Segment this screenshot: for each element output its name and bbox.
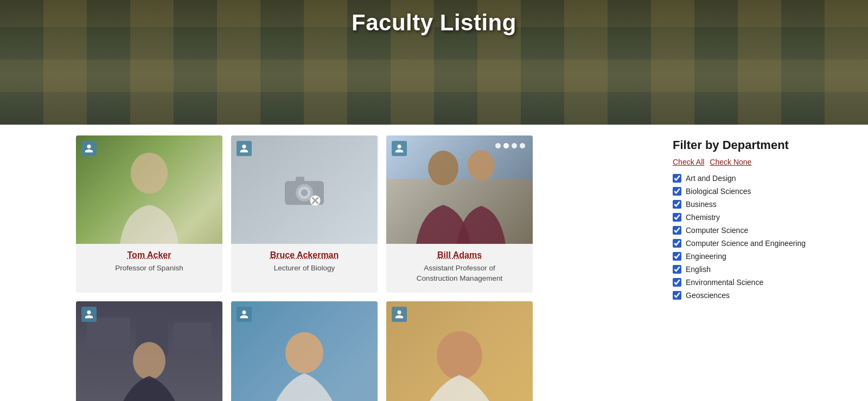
main-content: Tom Acker Professor of Spanish bbox=[0, 125, 868, 401]
page-title: Faculty Listing bbox=[352, 10, 516, 36]
department-checkbox-biological-sciences[interactable] bbox=[673, 187, 681, 196]
department-item-art-design: Art and Design bbox=[673, 174, 825, 183]
photo-svg bbox=[231, 301, 378, 401]
faculty-role: Professor of Spanish bbox=[84, 263, 215, 274]
department-label-chemistry: Chemistry bbox=[686, 213, 720, 222]
person-icon bbox=[81, 141, 97, 156]
department-checkbox-chemistry[interactable] bbox=[673, 213, 681, 222]
svg-point-19 bbox=[285, 332, 323, 373]
faculty-card-row2-1 bbox=[76, 301, 222, 401]
faculty-image-wrap bbox=[386, 135, 533, 244]
department-item-engineering: Engineering bbox=[673, 252, 825, 261]
person-icon bbox=[81, 307, 97, 322]
department-label-biological-sciences: Biological Sciences bbox=[686, 187, 751, 196]
department-label-art-design: Art and Design bbox=[686, 174, 736, 183]
department-list: Art and DesignBiological SciencesBusines… bbox=[673, 174, 825, 300]
faculty-image-wrap bbox=[386, 301, 533, 401]
svg-point-17 bbox=[133, 342, 165, 380]
faculty-image-wrap bbox=[76, 135, 222, 244]
faculty-name[interactable]: Bruce Ackerman bbox=[239, 250, 370, 260]
svg-point-4 bbox=[301, 189, 308, 196]
faculty-photo-svg bbox=[386, 135, 533, 244]
department-checkbox-business[interactable] bbox=[673, 200, 681, 209]
faculty-name[interactable]: Tom Acker bbox=[84, 250, 215, 260]
filter-links: Check All Check None bbox=[673, 158, 825, 166]
svg-point-12 bbox=[468, 150, 495, 180]
svg-rect-16 bbox=[174, 323, 212, 350]
person-icon bbox=[237, 307, 252, 322]
svg-point-11 bbox=[428, 151, 458, 185]
faculty-card-tom-acker: Tom Acker Professor of Spanish bbox=[76, 135, 222, 293]
camera-icon bbox=[283, 168, 326, 211]
dot-1 bbox=[495, 143, 501, 148]
department-checkbox-art-design[interactable] bbox=[673, 174, 681, 183]
department-label-computer-science-engineering: Computer Science and Engineering bbox=[686, 239, 806, 248]
department-checkbox-english[interactable] bbox=[673, 265, 681, 274]
department-checkbox-computer-science[interactable] bbox=[673, 226, 681, 235]
department-item-environmental-science: Environmental Science bbox=[673, 278, 825, 287]
department-label-business: Business bbox=[686, 200, 717, 209]
department-item-business: Business bbox=[673, 200, 825, 209]
faculty-no-photo bbox=[231, 135, 378, 244]
hero-banner: Faculty Listing bbox=[0, 0, 868, 125]
photo-svg bbox=[76, 301, 222, 401]
person-icon bbox=[237, 141, 252, 156]
check-none-link[interactable]: Check None bbox=[710, 158, 751, 166]
department-item-geosciences: Geosciences bbox=[673, 291, 825, 300]
svg-point-0 bbox=[131, 153, 168, 194]
svg-point-21 bbox=[437, 331, 482, 380]
department-label-environmental-science: Environmental Science bbox=[686, 278, 763, 287]
faculty-role: Lecturer of Biology bbox=[239, 263, 370, 274]
photo-svg bbox=[386, 301, 533, 401]
faculty-role: Assistant Professor ofConstruction Manag… bbox=[394, 263, 525, 284]
faculty-card-info: Bill Adams Assistant Professor ofConstru… bbox=[386, 244, 533, 293]
department-checkbox-engineering[interactable] bbox=[673, 252, 681, 261]
faculty-grid: Tom Acker Professor of Spanish bbox=[76, 135, 656, 401]
department-checkbox-computer-science-engineering[interactable] bbox=[673, 239, 681, 248]
check-all-link[interactable]: Check All bbox=[673, 158, 704, 166]
faculty-card-bruce-ackerman: Bruce Ackerman Lecturer of Biology bbox=[231, 135, 378, 293]
dot-4 bbox=[520, 143, 525, 148]
faculty-image-wrap bbox=[76, 301, 222, 401]
dot-2 bbox=[503, 143, 509, 148]
department-label-geosciences: Geosciences bbox=[686, 291, 730, 300]
svg-rect-10 bbox=[386, 135, 533, 179]
department-checkbox-geosciences[interactable] bbox=[673, 291, 681, 300]
faculty-card-row2-2 bbox=[231, 301, 378, 401]
faculty-image-wrap bbox=[231, 301, 378, 401]
faculty-card-info: Bruce Ackerman Lecturer of Biology bbox=[231, 244, 378, 282]
department-item-computer-science-engineering: Computer Science and Engineering bbox=[673, 239, 825, 248]
filter-sidebar: Filter by Department Check All Check Non… bbox=[673, 135, 825, 401]
department-item-computer-science: Computer Science bbox=[673, 226, 825, 235]
department-checkbox-environmental-science[interactable] bbox=[673, 278, 681, 287]
person-icon bbox=[392, 141, 407, 156]
department-label-computer-science: Computer Science bbox=[686, 226, 748, 235]
dot-3 bbox=[512, 143, 517, 148]
card-dots bbox=[495, 143, 525, 148]
faculty-card-info: Tom Acker Professor of Spanish bbox=[76, 244, 222, 282]
faculty-image-wrap bbox=[231, 135, 378, 244]
faculty-card-row2-3 bbox=[386, 301, 533, 401]
faculty-name[interactable]: Bill Adams bbox=[394, 250, 525, 260]
faculty-card-bill-adams: Bill Adams Assistant Professor ofConstru… bbox=[386, 135, 533, 293]
svg-rect-5 bbox=[296, 177, 304, 182]
department-label-engineering: Engineering bbox=[686, 252, 726, 261]
svg-rect-14 bbox=[87, 318, 130, 350]
faculty-photo-silhouette bbox=[100, 146, 198, 244]
camera-icon-wrap bbox=[283, 168, 326, 211]
filter-heading: Filter by Department bbox=[673, 138, 825, 152]
department-item-english: English bbox=[673, 265, 825, 274]
department-item-chemistry: Chemistry bbox=[673, 213, 825, 222]
person-icon bbox=[392, 307, 407, 322]
department-label-english: English bbox=[686, 265, 711, 274]
department-item-biological-sciences: Biological Sciences bbox=[673, 187, 825, 196]
